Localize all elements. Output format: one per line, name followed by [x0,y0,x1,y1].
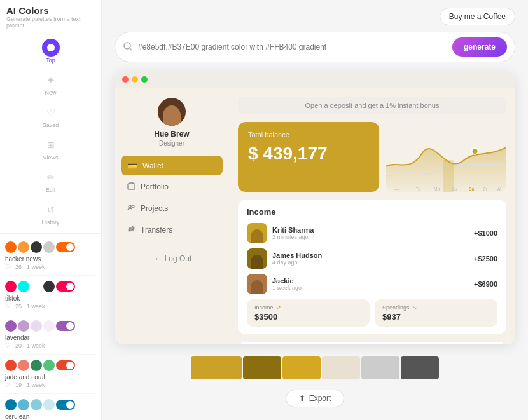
palette-toggle[interactable] [56,400,75,410]
color-swatch [43,360,55,371]
logout-button[interactable]: → Log Out [146,249,198,268]
nav-views[interactable]: ⊞ Views [0,132,101,165]
bottom-row: Income Kriti Sharma 2 minutes ago +$1000 [238,200,506,334]
like-count: 20 [15,342,22,349]
nav-new[interactable]: ✦ New [0,67,101,100]
time-label: 1 week [27,264,45,270]
search-input[interactable] [138,43,447,51]
color-swatch [5,241,17,253]
nav-history[interactable]: ↺ History [0,197,101,229]
toggle-knob [66,283,74,290]
nav-transfers[interactable]: Transfers [121,220,223,240]
color-swatch [18,360,29,371]
preview-left-panel: Hue Brew Designer 💳 Wallet Portfolio [115,88,229,344]
sidebar: AI Colors Generate palettes from a text … [0,0,102,420]
color-swatch [31,399,42,410]
heart-icon: ♡ [5,342,10,349]
preview-titlebar [115,71,515,88]
palette-item-2[interactable]: lavendar♡201 week [5,315,96,355]
time-label: 1 week [27,342,45,349]
transfers-icon [127,225,135,235]
preview-card: Hue Brew Designer 💳 Wallet Portfolio [115,71,515,344]
generate-button[interactable]: generate [452,37,507,57]
palette-item-1[interactable]: tiktok♡251 week [5,276,96,315]
color-swatch [31,241,42,253]
color-swatch [18,320,29,332]
export-button[interactable]: ⬆ Export [286,390,345,407]
balance-amount: $ 439,177 [248,144,369,164]
saved-icon: ♡ [42,104,60,121]
toggle-knob [66,362,74,369]
nav-saved[interactable]: ♡ Saved [0,100,101,132]
export-icon: ⬆ [299,394,305,403]
palette-name: cerulean [5,413,96,420]
color-swatch [5,320,17,332]
balance-label: Total balance [248,131,369,139]
stats-row: Income ↗ $3500 Spendings ↘ $937 [247,299,497,327]
app-subtitle: Generate palettes from a text prompt [6,16,95,29]
strip-swatch-0[interactable] [191,356,242,379]
palette-toggle[interactable] [56,281,75,292]
spending-trend-icon: ↘ [412,304,417,311]
nav-projects[interactable]: Projects [121,198,223,219]
palette-toggle[interactable] [56,242,75,252]
currency-symbol: $ [248,144,258,163]
heart-icon: ♡ [5,264,10,270]
color-swatch [18,241,29,253]
edit-icon: ✏ [42,168,60,186]
color-swatch [18,281,29,292]
time-label: 1 week [27,382,45,388]
palette-toggle[interactable] [56,360,75,370]
income-avatar-2 [247,274,267,294]
app-header: AI Colors Generate palettes from a text … [0,0,101,31]
color-swatch [43,281,55,292]
toggle-knob [66,401,74,409]
nav-portfolio[interactable]: Portfolio [121,177,223,197]
svg-text:Su: Su [452,187,457,191]
palette-name: lavendar [5,334,96,341]
spending-stat-label: Spendings ↘ [382,304,490,311]
portfolio-icon [127,182,135,192]
new-icon: ✦ [42,71,60,89]
preview-side-nav: 💳 Wallet Portfolio Projects [121,156,223,241]
income-title: Income [247,207,497,217]
strip-swatch-1[interactable] [243,356,281,379]
color-swatch [31,360,42,371]
logout-icon: → [152,254,160,263]
investments-section: Investments Change since last login AAPL… [238,342,506,344]
color-swatch [5,281,17,292]
sidebar-nav: Top ✦ New ♡ Saved ⊞ Views ✏ Edit ↺ Histo… [0,31,101,234]
strip-swatch-4[interactable] [361,356,399,379]
search-bar: generate [115,32,515,62]
preview-notice: Open a deposit and get a 1% instant bonu… [238,97,506,114]
app-title: AI Colors [6,5,95,16]
strip-swatch-3[interactable] [322,356,360,379]
palette-list: hacker news♡261 weektiktok♡251 weeklaven… [0,234,101,420]
color-swatch [5,360,17,371]
strip-swatch-5[interactable] [401,356,439,379]
svg-text:Tu: Tu [416,187,421,191]
palette-item-0[interactable]: hacker news♡261 week [5,236,96,276]
heart-icon: ♡ [5,303,10,309]
palette-item-4[interactable]: cerulean♡131 week [5,394,96,420]
projects-icon [127,203,135,213]
palette-item-3[interactable]: jade and coral♡191 week [5,355,96,394]
nav-edit[interactable]: ✏ Edit [0,165,101,197]
chart-area: — Tu Mo Su Sa Fr Al [386,122,506,192]
income-info-0: Kriti Sharma 2 minutes ago [272,226,469,240]
color-swatch [18,399,29,410]
nav-top[interactable]: Top [0,35,101,67]
preview-right-panel: Open a deposit and get a 1% instant bonu… [229,88,515,344]
nav-wallet[interactable]: 💳 Wallet [121,156,223,175]
svg-text:Fr: Fr [483,187,488,191]
palette-toggle[interactable] [56,321,75,331]
search-icon [123,41,133,53]
buy-coffee-button[interactable]: Buy me a Coffee [440,8,515,25]
svg-point-5 [472,148,478,154]
income-info-2: Jackie 1 week ago [272,277,469,291]
income-section: Income Kriti Sharma 2 minutes ago +$1000 [238,200,506,334]
expand-dot [141,76,148,83]
top-icon [42,39,60,57]
svg-text:—: — [394,187,399,191]
strip-swatch-2[interactable] [282,356,321,379]
